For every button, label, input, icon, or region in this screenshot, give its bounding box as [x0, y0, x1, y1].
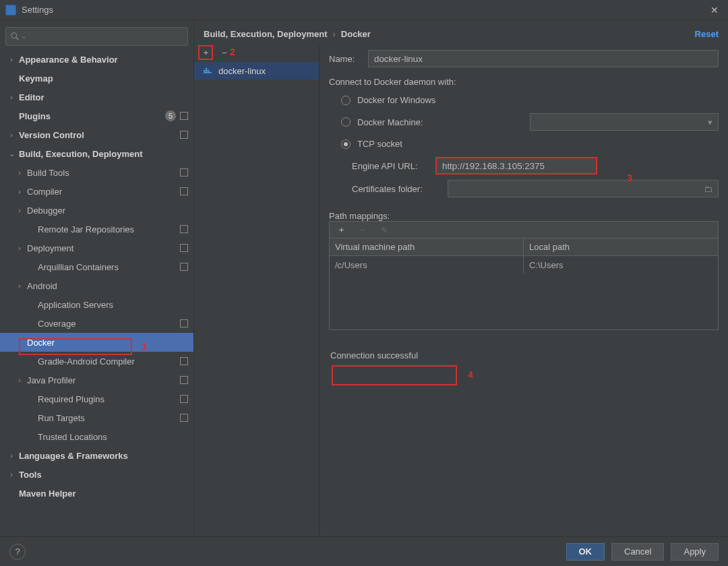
scope-icon: [180, 376, 188, 384]
sidebar-item-label: Build, Execution, Deployment: [19, 149, 142, 159]
ok-button[interactable]: OK: [566, 543, 605, 561]
docker-config-item[interactable]: docker-linux: [194, 62, 319, 80]
sidebar-item-languages-frameworks[interactable]: ›Languages & Frameworks: [0, 446, 193, 465]
radio-docker-machine[interactable]: [341, 117, 351, 127]
scope-icon: [180, 112, 188, 120]
close-icon[interactable]: ✕: [706, 5, 723, 15]
docker-form: Name: Connect to Docker daemon with: Doc…: [320, 43, 728, 536]
chevron-right-icon: ›: [15, 244, 24, 252]
apply-button[interactable]: Apply: [671, 543, 719, 561]
sidebar-item-version-control[interactable]: ›Version Control: [0, 125, 193, 144]
sidebar-item-appearance-behavior[interactable]: ›Appearance & Behavior: [0, 50, 193, 69]
connection-status: Connection successful: [329, 348, 719, 363]
sidebar-item-docker[interactable]: ›Docker: [0, 333, 193, 352]
docker-machine-combo[interactable]: ▾: [530, 113, 719, 131]
settings-tree: ›Appearance & BehaviorKeymap›EditorPlugi…: [0, 50, 193, 536]
add-button[interactable]: ＋: [198, 45, 213, 60]
titlebar: Settings ✕: [0, 0, 728, 20]
docker-config-label: docker-linux: [218, 66, 266, 76]
svg-rect-2: [204, 70, 205, 71]
sidebar-item-label: Version Control: [19, 130, 84, 140]
scope-icon: [180, 414, 188, 422]
chevron-right-icon: ›: [15, 206, 24, 214]
engine-url-input[interactable]: [435, 157, 597, 175]
sidebar-item-deployment[interactable]: ›Deployment: [0, 239, 193, 257]
sidebar-item-keymap[interactable]: Keymap: [0, 69, 193, 88]
svg-line-1: [16, 38, 19, 40]
sidebar-item-label: Compiler: [27, 187, 62, 197]
sidebar-item-plugins[interactable]: Plugins5: [0, 106, 193, 125]
sidebar-item-tools[interactable]: ›Tools: [0, 465, 193, 484]
cert-folder-input[interactable]: 🗀: [448, 180, 719, 197]
sidebar-item-editor[interactable]: ›Editor: [0, 88, 193, 106]
remove-button[interactable]: −: [217, 45, 232, 60]
sidebar-item-compiler[interactable]: ›Compiler: [0, 182, 193, 201]
svg-rect-3: [206, 70, 207, 71]
scope-icon: [180, 187, 188, 195]
path-mappings-toolbar: ＋ − ✎: [329, 221, 719, 239]
pm-remove-button[interactable]: −: [355, 222, 370, 237]
sidebar-item-gradle-android-compiler[interactable]: Gradle-Android Compiler: [0, 352, 193, 371]
sidebar-item-label: Deployment: [27, 243, 73, 253]
sidebar-item-trusted-locations[interactable]: Trusted Locations: [0, 427, 193, 446]
sidebar-item-maven-helper[interactable]: Maven Helper: [0, 484, 193, 503]
sidebar-item-label: Editor: [19, 92, 44, 102]
chevron-right-icon: ›: [332, 29, 335, 39]
sidebar-item-android[interactable]: ›Android: [0, 276, 193, 295]
sidebar-item-label: Appearance & Behavior: [19, 55, 118, 65]
sidebar-item-application-servers[interactable]: Application Servers: [0, 295, 193, 314]
svg-rect-4: [208, 70, 209, 71]
radio-label-tcp: TCP socket: [357, 139, 402, 149]
scope-icon: [180, 225, 188, 233]
radio-label-machine: Docker Machine:: [357, 117, 423, 127]
sidebar-item-label: Maven Helper: [19, 489, 76, 499]
cancel-button[interactable]: Cancel: [611, 543, 664, 561]
sidebar-item-coverage[interactable]: Coverage: [0, 314, 193, 333]
sidebar-item-label: Java Profiler: [27, 375, 75, 385]
app-icon: [5, 5, 16, 15]
chevron-down-icon: ▾: [708, 117, 712, 127]
search-input[interactable]: -: [5, 27, 188, 46]
search-icon: [10, 32, 20, 41]
radio-tcp-socket[interactable]: [341, 139, 351, 149]
sidebar-item-run-targets[interactable]: Run Targets: [0, 408, 193, 427]
breadcrumb-a[interactable]: Build, Execution, Deployment: [204, 29, 327, 39]
chevron-right-icon: ›: [7, 470, 16, 478]
radio-docker-for-windows[interactable]: [341, 96, 351, 105]
pm-add-button[interactable]: ＋: [334, 222, 348, 237]
path-mappings-header: Virtual machine path Local path: [329, 239, 719, 256]
chevron-right-icon: ›: [7, 131, 16, 139]
folder-icon[interactable]: 🗀: [704, 184, 712, 194]
pm-header-local: Local path: [524, 239, 718, 255]
sidebar-item-java-profiler[interactable]: ›Java Profiler: [0, 371, 193, 389]
reset-link[interactable]: Reset: [695, 29, 719, 39]
sidebar-item-build-execution-deployment[interactable]: ⌄Build, Execution, Deployment: [0, 144, 193, 163]
chevron-right-icon: ›: [7, 93, 16, 101]
name-input[interactable]: [368, 50, 719, 67]
scope-icon: [180, 168, 188, 177]
breadcrumb-b: Docker: [341, 29, 371, 39]
sidebar-item-label: Android: [27, 281, 57, 291]
radio-label-win: Docker for Windows: [357, 95, 435, 105]
sidebar-item-label: Keymap: [19, 73, 53, 84]
docker-configs-panel: ＋ − docker-linux: [194, 43, 320, 536]
sidebar-item-label: Remote Jar Repositories: [38, 224, 134, 234]
sidebar-item-required-plugins[interactable]: Required Plugins: [0, 389, 193, 408]
badge: 5: [165, 111, 176, 121]
sidebar-item-label: Tools: [19, 470, 42, 480]
chevron-right-icon: ›: [15, 282, 24, 290]
sidebar-item-arquillian-containers[interactable]: Arquillian Containers: [0, 257, 193, 276]
connect-label: Connect to Docker daemon with:: [329, 77, 719, 87]
sidebar-item-label: Coverage: [38, 319, 75, 329]
pm-edit-button[interactable]: ✎: [377, 222, 392, 237]
sidebar-item-debugger[interactable]: ›Debugger: [0, 201, 193, 220]
help-button[interactable]: ?: [9, 544, 26, 560]
path-mappings-body[interactable]: /c/Users C:\Users: [329, 256, 719, 330]
scope-icon: [180, 319, 188, 327]
pm-cell-local: C:\Users: [524, 256, 718, 274]
sidebar-item-build-tools[interactable]: ›Build Tools: [0, 163, 193, 182]
scope-icon: [180, 131, 188, 139]
dialog-footer: ? OK Cancel Apply: [0, 536, 728, 566]
table-row[interactable]: /c/Users C:\Users: [330, 256, 718, 274]
sidebar-item-remote-jar-repositories[interactable]: Remote Jar Repositories: [0, 220, 193, 239]
